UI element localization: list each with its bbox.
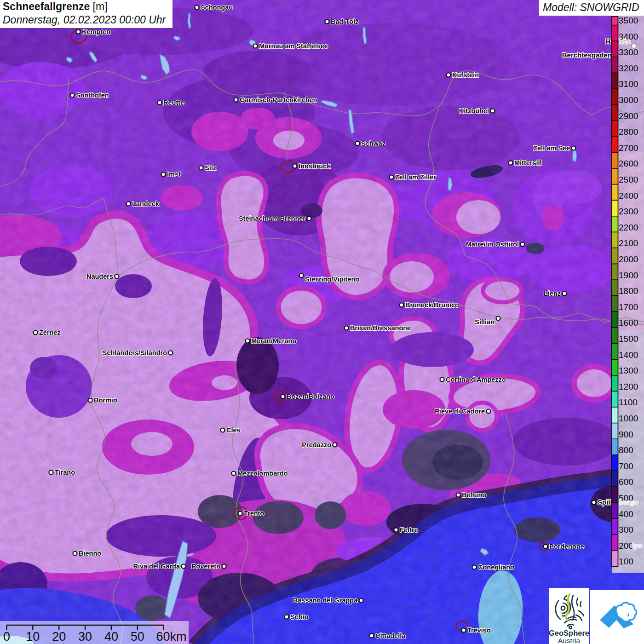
svg-text:Cittadella: Cittadella: [375, 632, 406, 639]
svg-text:ipo: ipo: [632, 541, 643, 549]
svg-text:Lienz: Lienz: [544, 290, 561, 297]
svg-text:Zell am See: Zell am See: [533, 144, 570, 152]
svg-text:Treviso: Treviso: [467, 627, 491, 634]
svg-text:100: 100: [619, 557, 633, 566]
svg-text:Mezzolombardo: Mezzolombardo: [237, 470, 288, 477]
svg-text:0: 0: [3, 630, 10, 644]
svg-text:1900: 1900: [619, 270, 638, 280]
svg-text:2800: 2800: [619, 127, 638, 137]
svg-text:Feltre: Feltre: [400, 526, 418, 534]
svg-text:Kufstein: Kufstein: [452, 71, 479, 79]
svg-text:2900: 2900: [619, 111, 638, 121]
svg-text:50: 50: [131, 630, 144, 644]
svg-text:Pordenone: Pordenone: [549, 543, 584, 550]
svg-text:Sterzing/Vipiteno: Sterzing/Vipiteno: [305, 276, 359, 283]
svg-text:1400: 1400: [619, 350, 638, 360]
svg-text:2200: 2200: [619, 223, 638, 232]
svg-text:Kempten: Kempten: [82, 28, 110, 35]
svg-text:1200: 1200: [619, 382, 638, 391]
svg-text:2400: 2400: [619, 191, 638, 201]
svg-text:Cles: Cles: [226, 426, 241, 434]
svg-text:Landeck: Landeck: [132, 200, 160, 207]
svg-text:Sonthofen: Sonthofen: [76, 92, 109, 99]
svg-text:3000: 3000: [619, 95, 638, 105]
svg-text:Innsbruck: Innsbruck: [299, 162, 331, 170]
svg-text:Sillian: Sillian: [475, 318, 494, 326]
svg-text:2000: 2000: [619, 254, 638, 264]
svg-text:1600: 1600: [619, 318, 638, 328]
svg-text:400: 400: [619, 509, 633, 519]
svg-text:Garmisch-Partenkirchen: Garmisch-Partenkirchen: [240, 96, 317, 104]
svg-text:Imst: Imst: [167, 171, 181, 178]
svg-text:1100: 1100: [619, 397, 638, 407]
svg-text:Kitzbühel: Kitzbühel: [459, 107, 489, 115]
svg-text:1700: 1700: [619, 302, 638, 312]
svg-text:1000: 1000: [619, 414, 638, 423]
svg-text:800: 800: [619, 445, 633, 455]
svg-text:Cortina d'Ampezzo: Cortina d'Ampezzo: [446, 376, 506, 383]
svg-text:Bruneck/Brunico: Bruneck/Brunico: [405, 301, 459, 309]
svg-text:Trento: Trento: [244, 510, 264, 517]
svg-text:700: 700: [619, 461, 633, 471]
svg-text:Zernez: Zernez: [39, 329, 61, 336]
svg-text:Belluno: Belluno: [462, 491, 486, 499]
svg-text:Predazzo: Predazzo: [302, 441, 331, 448]
svg-text:3300: 3300: [619, 47, 638, 57]
svg-text:3200: 3200: [619, 63, 638, 73]
svg-text:40: 40: [104, 630, 118, 644]
svg-text:Bienno: Bienno: [79, 550, 101, 557]
svg-text:30: 30: [78, 630, 92, 644]
svg-text:Schlanders/Silandro: Schlanders/Silandro: [103, 349, 167, 356]
svg-text:10: 10: [26, 630, 40, 644]
svg-text:Murnau am Staffelsee: Murnau am Staffelsee: [259, 42, 328, 50]
svg-text:900: 900: [619, 430, 633, 439]
svg-text:Schio: Schio: [290, 613, 309, 621]
svg-text:1800: 1800: [619, 286, 638, 296]
svg-text:300: 300: [619, 525, 633, 535]
svg-text:Brixen/Bressanone: Brixen/Bressanone: [350, 324, 411, 332]
svg-text:200: 200: [619, 541, 633, 551]
svg-text:Mittersill: Mittersill: [514, 159, 542, 167]
svg-text:3100: 3100: [619, 79, 638, 89]
svg-text:20: 20: [52, 630, 66, 644]
svg-text:Austria: Austria: [558, 637, 581, 644]
svg-text:Bassano del Grappa: Bassano del Grappa: [293, 597, 358, 604]
svg-text:Spili: Spili: [598, 498, 612, 506]
svg-text:60km: 60km: [156, 630, 187, 644]
svg-text:2100: 2100: [619, 238, 638, 248]
svg-text:Schongau: Schongau: [201, 4, 233, 11]
svg-text:600: 600: [619, 477, 633, 487]
svg-text:Bozen/Bolzano: Bozen/Bolzano: [287, 393, 334, 400]
svg-text:1300: 1300: [619, 366, 638, 375]
svg-text:2500: 2500: [619, 175, 638, 184]
svg-text:Zell am Ziller: Zell am Ziller: [395, 173, 436, 181]
svg-text:Rovereto: Rovereto: [191, 563, 220, 570]
svg-text:Nauders: Nauders: [86, 273, 113, 280]
svg-text:Matrei in Osttirol: Matrei in Osttirol: [466, 241, 519, 248]
svg-text:1500: 1500: [619, 334, 638, 344]
svg-text:Steinach am Brenner: Steinach am Brenner: [239, 215, 305, 222]
svg-text:Bormio: Bormio: [94, 397, 117, 404]
svg-text:Schwaz: Schwaz: [361, 140, 385, 147]
svg-text:Reutte: Reutte: [163, 99, 184, 106]
svg-text:Meran/Merano: Meran/Merano: [251, 337, 296, 345]
svg-text:Bad Tölz: Bad Tölz: [331, 18, 358, 25]
svg-text:Riva del Garda: Riva del Garda: [133, 563, 180, 570]
svg-text:2700: 2700: [619, 143, 638, 153]
svg-text:Tirano: Tirano: [55, 469, 75, 476]
svg-text:3500: 3500: [619, 16, 638, 25]
svg-text:lein: lein: [619, 37, 631, 45]
svg-text:2300: 2300: [619, 207, 638, 216]
svg-text:2600: 2600: [619, 159, 638, 168]
svg-text:GeoSphere: GeoSphere: [549, 629, 589, 637]
svg-text:bergo: bergo: [619, 498, 638, 506]
svg-text:Silz: Silz: [205, 164, 216, 172]
svg-text:Berchtesgaden: Berchtesgaden: [562, 51, 612, 59]
svg-text:Conegliano: Conegliano: [478, 564, 514, 571]
svg-text:Pieve di Cadore: Pieve di Cadore: [435, 408, 485, 415]
